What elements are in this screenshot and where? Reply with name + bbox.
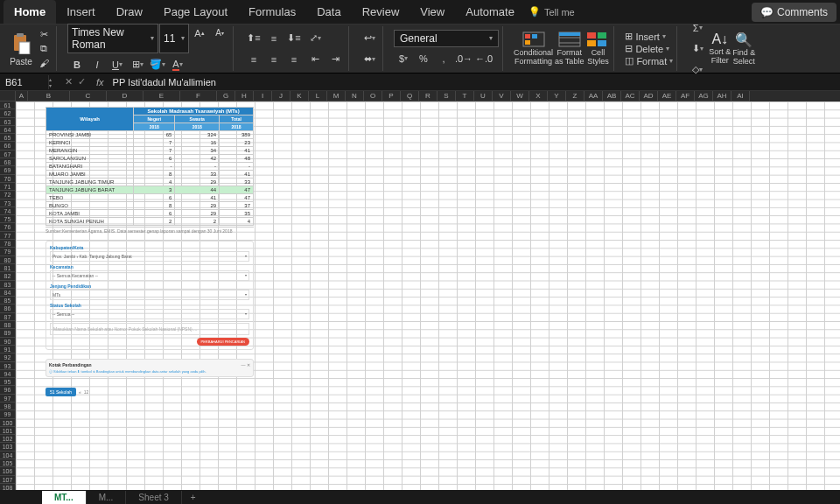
row-header[interactable]: 81 xyxy=(0,264,16,272)
select-all-corner[interactable] xyxy=(0,91,16,102)
decrease-decimal-icon[interactable]: ←.0 xyxy=(474,49,494,68)
cut-icon[interactable]: ✂ xyxy=(35,29,52,41)
row-header[interactable]: 92 xyxy=(0,354,16,361)
filter-stat-select[interactable]: -- Semua -- xyxy=(50,309,249,319)
col-header[interactable]: M xyxy=(327,91,346,102)
row-header[interactable]: 70 xyxy=(0,175,16,183)
row-header[interactable]: 78 xyxy=(0,240,16,248)
row-header[interactable]: 61 xyxy=(0,102,16,109)
italic-button[interactable]: I xyxy=(88,55,107,74)
col-header[interactable]: AD xyxy=(640,91,658,102)
row-header[interactable]: 87 xyxy=(0,313,16,321)
row-header[interactable]: 69 xyxy=(0,166,16,174)
col-header[interactable]: C xyxy=(70,91,107,102)
col-header[interactable]: N xyxy=(346,91,364,102)
row-header[interactable]: 97 xyxy=(0,395,16,402)
col-header[interactable]: I xyxy=(254,91,272,102)
orientation-icon[interactable]: ⤢▾ xyxy=(305,29,325,48)
namebox-down-icon[interactable]: ▾ xyxy=(49,82,58,88)
row-header[interactable]: 96 xyxy=(0,386,16,394)
row-header[interactable]: 67 xyxy=(0,150,16,158)
font-name-select[interactable]: Times New Roman▾ xyxy=(67,24,158,53)
row-header[interactable]: 93 xyxy=(0,362,16,370)
search-input[interactable]: Masukkan Nama Sekolah atau Nomor Pokok S… xyxy=(50,323,249,335)
comments-button[interactable]: 💬 Comments xyxy=(752,3,836,22)
row-header[interactable]: 94 xyxy=(0,370,16,378)
tab-automate[interactable]: Automate xyxy=(455,0,525,24)
row-header[interactable]: 84 xyxy=(0,289,16,297)
bold-button[interactable]: B xyxy=(67,55,87,74)
col-header[interactable]: F xyxy=(180,91,217,102)
page-prev[interactable]: « xyxy=(79,389,81,395)
page-num[interactable]: 12 xyxy=(84,389,89,395)
row-header[interactable]: 79 xyxy=(0,248,16,256)
col-header[interactable]: O xyxy=(364,91,382,102)
row-header[interactable]: 64 xyxy=(0,126,16,134)
cancel-formula-icon[interactable]: ✕ xyxy=(65,76,73,88)
currency-icon[interactable]: $▾ xyxy=(394,49,413,68)
col-header[interactable]: P xyxy=(382,91,401,102)
underline-button[interactable]: U▾ xyxy=(108,55,127,74)
conditional-formatting-button[interactable]: Conditional Formatting xyxy=(514,31,553,66)
formula-input[interactable]: PP Isti'dadul Mu'allimien xyxy=(108,75,221,89)
filter-jen-select[interactable]: MTs xyxy=(50,290,249,300)
row-header[interactable]: 90 xyxy=(0,338,16,346)
delete-cells-button[interactable]: ⊟Delete▾ xyxy=(625,43,673,54)
filter-kab-select[interactable]: Prov. Jambi › Kab. Tanjung Jabung Barat xyxy=(50,251,249,262)
row-header[interactable]: 98 xyxy=(0,402,16,410)
fx-icon[interactable]: fx xyxy=(93,77,108,88)
col-header[interactable]: U xyxy=(474,91,493,102)
close-icon[interactable]: ✕ xyxy=(247,362,250,368)
row-header[interactable]: 68 xyxy=(0,158,16,166)
copy-icon[interactable]: ⧉ xyxy=(35,43,52,55)
row-header[interactable]: 74 xyxy=(0,207,16,215)
sheet-tab[interactable]: M... xyxy=(87,491,127,504)
sheet-tab[interactable]: Sheet 3 xyxy=(126,491,181,504)
row-header[interactable]: 106 xyxy=(0,467,16,475)
row-header[interactable]: 86 xyxy=(0,304,16,312)
row-header[interactable]: 77 xyxy=(0,232,16,240)
row-header[interactable]: 73 xyxy=(0,200,16,207)
col-header[interactable]: AB xyxy=(603,91,621,102)
col-header[interactable]: AC xyxy=(621,91,640,102)
col-header[interactable]: B xyxy=(28,91,70,102)
align-right-icon[interactable]: ≡ xyxy=(284,50,304,69)
col-header[interactable]: AH xyxy=(713,91,732,102)
sheet-tab-active[interactable]: MT... xyxy=(42,491,87,504)
col-header[interactable]: Q xyxy=(401,91,419,102)
tab-insert[interactable]: Insert xyxy=(56,0,106,24)
tab-home[interactable]: Home xyxy=(4,0,56,24)
decrease-font-icon[interactable]: A▾ xyxy=(210,24,229,43)
row-header[interactable]: 80 xyxy=(0,256,16,264)
col-header[interactable]: R xyxy=(419,91,438,102)
col-header[interactable]: AG xyxy=(695,91,713,102)
row-header[interactable]: 102 xyxy=(0,435,16,443)
tab-review[interactable]: Review xyxy=(352,0,410,24)
col-header[interactable]: W xyxy=(511,91,529,102)
row-header[interactable]: 62 xyxy=(0,109,16,117)
filter-kec-select[interactable]: -- Semua Kecamatan -- xyxy=(50,270,249,281)
row-header[interactable]: 72 xyxy=(0,191,16,199)
row-header[interactable]: 88 xyxy=(0,321,16,329)
tab-data[interactable]: Data xyxy=(306,0,351,24)
tab-draw[interactable]: Draw xyxy=(106,0,153,24)
cell-styles-button[interactable]: Cell Styles xyxy=(585,31,610,66)
fill-color-button[interactable]: 🪣▾ xyxy=(148,55,167,74)
autosum-icon[interactable]: Σ▾ xyxy=(688,18,707,38)
increase-font-icon[interactable]: A▴ xyxy=(190,24,209,43)
paste-icon[interactable] xyxy=(9,32,33,56)
row-header[interactable]: 105 xyxy=(0,459,16,467)
number-format-select[interactable]: General▾ xyxy=(394,30,499,47)
col-header[interactable]: V xyxy=(493,91,511,102)
name-box[interactable]: B61 xyxy=(0,75,49,89)
clear-icon[interactable]: ◇▾ xyxy=(688,60,707,80)
insert-cells-button[interactable]: ⊞Insert▾ xyxy=(625,31,673,42)
decrease-indent-icon[interactable]: ⇤ xyxy=(305,50,325,69)
row-header[interactable]: 91 xyxy=(0,346,16,354)
increase-indent-icon[interactable]: ⇥ xyxy=(326,50,345,69)
font-color-button[interactable]: A▾ xyxy=(168,55,187,74)
format-cells-button[interactable]: ◫Format▾ xyxy=(625,55,673,66)
row-header[interactable]: 95 xyxy=(0,378,16,386)
col-header[interactable]: A xyxy=(16,91,28,102)
row-header[interactable]: 71 xyxy=(0,183,16,191)
